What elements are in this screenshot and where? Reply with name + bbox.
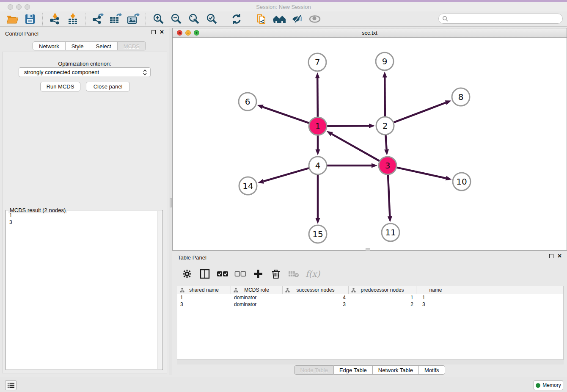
cell-successor-nodes[interactable]: 4 (283, 294, 349, 301)
table-row[interactable]: 3 dominator 3 2 3 (177, 301, 563, 308)
graph-edge-3-11 (388, 175, 390, 216)
tab-select[interactable]: Select (90, 42, 117, 50)
hide-selected-eye-icon[interactable] (289, 12, 305, 26)
graph-node-label: 14 (242, 181, 253, 191)
tab-style[interactable]: Style (65, 42, 90, 50)
tab-network[interactable]: Network (33, 42, 65, 50)
graph-edge-1-7 (317, 78, 318, 117)
window-resize-handle[interactable] (366, 248, 370, 251)
column-type-icon (180, 288, 184, 293)
status-bar: Memory (0, 377, 567, 392)
column-header-successor-nodes[interactable]: successor nodes (283, 286, 349, 294)
column-header-predecessor-nodes[interactable]: predecessor nodes (349, 286, 416, 294)
close-network-icon[interactable]: ✕ (177, 30, 182, 36)
cell-shared-name[interactable]: 1 (177, 294, 231, 301)
float-panel-icon[interactable] (151, 30, 156, 34)
tab-edge-table[interactable]: Edge Table (334, 365, 373, 375)
optimization-criterion-label: Optimization criterion: (3, 61, 167, 67)
export-network-icon[interactable] (90, 12, 105, 26)
cell-name[interactable]: 3 (416, 301, 455, 308)
graph-node-label: 1 (315, 121, 321, 131)
column-header-shared-name[interactable]: shared name (177, 286, 231, 294)
export-image-icon[interactable] (126, 12, 141, 26)
table-toolbar: f(x) (177, 265, 564, 283)
cell-mcds-role[interactable]: dominator (231, 301, 283, 308)
task-history-button[interactable] (5, 380, 17, 390)
tab-mcds[interactable]: MCDS (117, 42, 146, 50)
graph-node-label: 7 (315, 57, 320, 67)
search-box[interactable] (438, 14, 563, 24)
table-options-gear-icon[interactable] (181, 268, 193, 280)
export-table-icon[interactable] (108, 12, 123, 26)
graph-node-label: 2 (383, 121, 388, 131)
cell-name[interactable]: 1 (416, 294, 455, 301)
cell-mcds-role[interactable]: dominator (231, 294, 283, 301)
tab-node-table[interactable]: Node Table (294, 365, 334, 375)
create-column-icon[interactable] (252, 268, 264, 280)
optimization-criterion-select[interactable]: strongly connected component (19, 67, 151, 77)
search-input[interactable] (448, 16, 562, 22)
open-session-icon[interactable] (5, 12, 20, 26)
network-canvas[interactable]: 7968124314101511 (173, 38, 567, 250)
unselect-all-columns-icon[interactable] (234, 268, 246, 280)
column-header-mcds-role[interactable]: MCDS role (231, 286, 283, 294)
column-header-name[interactable]: name (416, 286, 455, 294)
tab-network-table[interactable]: Network Table (373, 365, 419, 375)
close-table-panel-icon[interactable]: ✕ (557, 254, 562, 258)
graph-node-label: 15 (312, 229, 323, 239)
list-icon (8, 382, 14, 388)
zoom-fit-icon[interactable] (186, 12, 201, 26)
cell-predecessor-nodes[interactable]: 1 (349, 294, 416, 301)
show-column-panel-icon[interactable] (199, 268, 211, 280)
close-window-button[interactable] (8, 4, 13, 10)
graph-arrowhead (388, 216, 392, 222)
network-window-titlebar[interactable]: ✕ − + scc.txt (173, 28, 567, 38)
save-session-icon[interactable] (22, 12, 38, 26)
splitter-grip[interactable] (170, 198, 172, 207)
titlebar: Session: New Session (0, 2, 567, 11)
table-row[interactable]: 1 dominator 4 1 1 (177, 294, 563, 301)
memory-status-dot (536, 383, 540, 388)
zoom-in-icon[interactable] (151, 12, 166, 26)
delete-table-icon[interactable] (288, 268, 300, 280)
show-all-eye-icon[interactable] (307, 12, 322, 26)
float-table-panel-icon[interactable] (549, 254, 553, 258)
zoom-out-icon[interactable] (168, 12, 184, 26)
tab-motifs[interactable]: Motifs (419, 365, 445, 375)
run-mcds-button[interactable]: Run MCDS (40, 82, 80, 91)
mcds-result-box: MCDS result (2 nodes) 1 3 (6, 210, 163, 370)
maximize-network-icon[interactable]: + (194, 30, 199, 36)
header-filler (455, 286, 563, 294)
minimize-window-button[interactable] (16, 4, 22, 10)
refresh-view-icon[interactable] (229, 12, 244, 26)
minimize-network-icon[interactable]: − (185, 30, 191, 36)
select-all-columns-icon[interactable] (217, 268, 228, 280)
home-view-icon[interactable] (272, 12, 287, 26)
delete-columns-icon[interactable] (270, 268, 282, 280)
cell-shared-name[interactable]: 3 (177, 301, 231, 308)
apply-function-icon[interactable]: f(x) (306, 269, 320, 279)
mcds-panel: Optimization criterion: strongly connect… (2, 52, 167, 373)
import-table-icon[interactable] (65, 12, 80, 26)
result-scrollbar[interactable] (157, 211, 162, 369)
close-panel-button[interactable]: Close panel (86, 82, 130, 91)
graph-node-label: 3 (385, 160, 391, 171)
table-horizontal-scrollbar[interactable] (177, 360, 564, 364)
cell-predecessor-nodes[interactable]: 2 (349, 301, 416, 308)
graph-edge-4-14 (263, 168, 308, 181)
graph-arrowhead (372, 163, 377, 168)
cell-successor-nodes[interactable]: 3 (283, 301, 349, 308)
clone-network-icon[interactable] (254, 12, 269, 26)
close-panel-icon[interactable]: ✕ (160, 30, 164, 34)
column-type-icon (285, 288, 290, 293)
table-panel-title: Table Panel (172, 254, 206, 261)
import-network-icon[interactable] (47, 12, 63, 26)
graph-edge-2-8 (394, 102, 446, 122)
zoom-selected-icon[interactable] (204, 12, 219, 26)
graph-edge-2-3 (385, 135, 386, 149)
zoom-window-button[interactable] (25, 4, 30, 10)
memory-button[interactable]: Memory (534, 380, 563, 390)
graph-node-label: 6 (245, 97, 250, 107)
panel-splitter[interactable] (169, 28, 172, 375)
mcds-result-text[interactable]: 1 3 (7, 212, 157, 369)
